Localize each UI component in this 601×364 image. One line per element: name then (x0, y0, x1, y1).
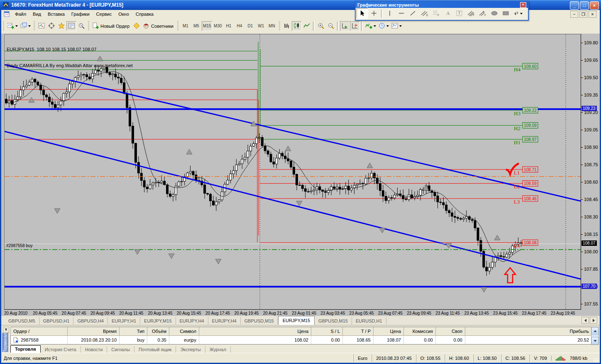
orders-column-header-6[interactable]: S / L (311, 327, 343, 335)
orders-column-header-11[interactable]: Прибыль (465, 327, 592, 335)
timeframe-button-M5[interactable]: M5 (191, 21, 202, 31)
market-watch-button[interactable] (37, 21, 46, 31)
chart-tab-GBPUSD-H4[interactable]: GBPUSD,H4 (73, 317, 108, 325)
drawing-toolbar-close-icon[interactable]: × (520, 2, 526, 8)
tabs-scroll-right-icon[interactable] (590, 317, 597, 324)
terminal-tab-1[interactable]: История Счета (41, 346, 81, 353)
expert-advisors-button[interactable]: Советники (142, 21, 176, 31)
menu-item-0[interactable]: Файл (12, 11, 29, 17)
chart-tab-EURJPY-H4[interactable]: EURJPY,H4 (208, 317, 241, 325)
mdi-minimize-button[interactable]: – (570, 11, 578, 18)
crosshair-tool-button[interactable] (368, 8, 380, 19)
terminal-tab-5[interactable]: Эксперты (176, 346, 205, 353)
timeframe-button-H4[interactable]: H4 (234, 21, 245, 31)
periods-button[interactable] (377, 21, 390, 31)
bar-chart-button[interactable] (282, 21, 292, 31)
horizontal-line-tool-button[interactable] (396, 8, 407, 19)
profiles-button[interactable] (19, 21, 32, 31)
orders-column-header-9[interactable]: Комиссия (404, 327, 436, 335)
terminal-button[interactable] (66, 21, 76, 31)
minimize-button[interactable]: _ (570, 1, 579, 10)
timeframe-button-M30[interactable]: M30 (213, 21, 223, 31)
zoom-out-button[interactable] (326, 21, 336, 31)
chart-tab-EURUSD-H1[interactable]: EURUSD,H1 (352, 317, 386, 325)
new-chart-button[interactable] (6, 21, 19, 31)
terminal-side-label: Терминал (2, 333, 8, 352)
chart-tab-EURJPY-M15[interactable]: EURJPY,M15 (278, 316, 315, 325)
orders-column-header-8[interactable]: Цена (374, 327, 404, 335)
menu-item-2[interactable]: Вставка (44, 11, 68, 17)
orders-column-header-10[interactable]: Своп (436, 327, 465, 335)
menu-item-4[interactable]: Сервис (93, 11, 115, 17)
terminal-tab-6[interactable]: Журнал (205, 346, 231, 353)
trendline-tool-button[interactable] (407, 8, 419, 19)
timeframe-button-M1[interactable]: M1 (180, 21, 191, 31)
strategy-tester-button[interactable] (76, 21, 86, 31)
close-button[interactable]: × (590, 1, 599, 10)
chart-tab-EURJPY-M15[interactable]: EURJPY,M15 (140, 317, 176, 325)
orders-column-header-2[interactable]: Тип (120, 327, 147, 335)
mdi-close-button[interactable]: × (589, 11, 596, 18)
timeframe-button-W1[interactable]: W1 (256, 21, 266, 31)
orders-column-header-1[interactable]: Время (68, 327, 120, 335)
chart-tab-GBPUSD-H1[interactable]: GBPUSD,H1 (39, 317, 74, 325)
chart-tab-EURJPY-H4[interactable]: EURJPY,H4 (176, 317, 208, 325)
terminal-tab-2[interactable]: Новости (81, 346, 107, 353)
terminal-tab-0[interactable]: Торговля (10, 345, 41, 353)
arrows-tool-button[interactable] (512, 8, 523, 19)
timeframe-button-H1[interactable]: H1 (223, 21, 234, 31)
equidistant-channel-tool-button[interactable]: E (419, 8, 430, 19)
order-row[interactable]: 29875582010.08.23 20:10buy0.35eurjpy108.… (11, 336, 594, 344)
menu-item-5[interactable]: Окно (115, 11, 132, 17)
menu-item-6[interactable]: Справка (132, 11, 157, 17)
candlestick-button[interactable] (292, 21, 302, 31)
timeframe-button-M15[interactable]: M15 (202, 21, 213, 31)
orders-scrollbar[interactable] (591, 327, 599, 345)
chart-tab-GBPUSD-M15[interactable]: GBPUSD,M15 (315, 317, 352, 325)
orders-column-header-5[interactable]: Цена (199, 327, 311, 335)
fibo-expansion-tool-button[interactable]: F (477, 8, 489, 19)
price-axis[interactable]: 109.80109.65109.50109.35109.20109.05108.… (581, 34, 600, 316)
vertical-line-tool-button[interactable] (384, 8, 396, 19)
text-tool-button[interactable]: A (442, 8, 454, 19)
chart-tab-EURJPY-H1[interactable]: EURJPY,H1 (108, 317, 140, 325)
fibo-channel-tool-button[interactable]: F (465, 8, 477, 19)
terminal-tab-4[interactable]: Почтовый ящик (134, 346, 176, 353)
indicators-button[interactable] (364, 21, 377, 31)
text-label-tool-button[interactable]: T (454, 8, 465, 19)
orders-column-header-3[interactable]: Объём (147, 327, 169, 335)
auto-scroll-button[interactable] (340, 21, 350, 31)
time-axis[interactable]: 20 Aug 201020 Aug 05:4520 Aug 07:4520 Au… (4, 309, 581, 316)
rectangle-tool-button[interactable] (500, 8, 512, 19)
menu-item-1[interactable]: Вид (29, 11, 44, 17)
maximize-button[interactable]: □ (580, 1, 589, 10)
resize-grip[interactable] (593, 357, 599, 363)
scroll-up-icon[interactable] (591, 327, 599, 335)
tabs-scroll-left-icon[interactable] (581, 317, 589, 324)
metaeditor-button[interactable] (132, 21, 142, 31)
chart-shift-button[interactable] (350, 21, 360, 31)
chart-tab-GBPUSD-M5[interactable]: GBPUSD,M5 (5, 317, 39, 325)
orders-column-header-4[interactable]: Символ (169, 327, 199, 335)
ellipse-tool-button[interactable] (489, 8, 500, 19)
drawing-toolbar-titlebar[interactable]: Графические инструменты × (356, 2, 528, 8)
navigator-button[interactable] (56, 21, 66, 31)
menu-item-3[interactable]: Графики (68, 11, 93, 17)
chart-tab-GBPUSD-M15[interactable]: GBPUSD,M15 (241, 317, 278, 325)
timeframe-button-MN[interactable]: MN (266, 21, 277, 31)
zoom-in-button[interactable] (316, 21, 326, 31)
timeframe-button-D1[interactable]: D1 (245, 21, 256, 31)
orders-column-header-7[interactable]: T / P (343, 327, 374, 335)
fibo-retracement-tool-button[interactable]: F (430, 8, 442, 19)
terminal-tab-3[interactable]: Сигналы (107, 346, 134, 353)
chart-canvas[interactable]: H4109.60H3109.22H2109.09H1108.97L1108.71… (4, 34, 581, 310)
new-order-button[interactable]: Новый Ордер (91, 21, 132, 31)
line-chart-button[interactable] (302, 21, 312, 31)
orders-column-header-0[interactable]: Ордер / (11, 327, 68, 335)
terminal-close-icon[interactable]: x (3, 327, 9, 333)
templates-button[interactable] (390, 21, 403, 31)
scroll-down-icon[interactable] (591, 337, 599, 345)
cursor-tool-button[interactable] (357, 8, 368, 19)
mdi-restore-button[interactable]: ❐ (579, 11, 587, 18)
crosshair-button[interactable] (46, 21, 56, 31)
